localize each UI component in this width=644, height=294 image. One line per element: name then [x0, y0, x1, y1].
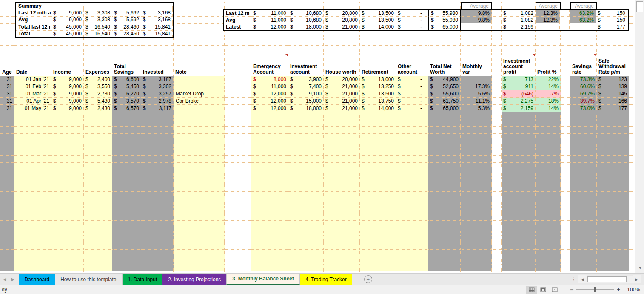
cell-empty[interactable]	[502, 156, 536, 163]
cell-empty[interactable]	[112, 46, 141, 53]
cell-empty[interactable]	[0, 9, 14, 17]
cell-empty[interactable]	[324, 199, 360, 206]
cell-empty[interactable]	[629, 9, 635, 17]
cell-empty[interactable]	[461, 242, 492, 250]
cell-empty[interactable]	[174, 221, 225, 228]
cell-empty[interactable]	[225, 156, 251, 163]
cell-empty[interactable]	[461, 221, 492, 228]
cell-house[interactable]: $21,000	[324, 83, 360, 90]
cell-empty[interactable]	[288, 141, 324, 148]
cell-ret[interactable]: $13,500	[360, 17, 396, 23]
spreadsheet-grid[interactable]: Monthly income / expenses and investing …	[0, 0, 635, 273]
cell-empty[interactable]	[536, 141, 561, 148]
cell-income[interactable]: $9,000	[51, 17, 84, 23]
cell-empty[interactable]	[561, 46, 570, 53]
cell-empty[interactable]	[0, 38, 14, 46]
cell-empty[interactable]	[288, 134, 324, 141]
cell-empty[interactable]	[536, 192, 561, 199]
cell-empty[interactable]	[570, 257, 597, 264]
cell-empty[interactable]	[288, 184, 324, 192]
cell-g1[interactable]	[492, 105, 502, 112]
cell-empty[interactable]	[570, 250, 597, 257]
cell-income[interactable]: $9,000	[51, 98, 84, 105]
cell-empty[interactable]	[14, 213, 51, 221]
cell-empty[interactable]	[461, 213, 492, 221]
cell-empty[interactable]	[225, 221, 251, 228]
cell-empty[interactable]	[461, 31, 492, 38]
cell-empty[interactable]	[561, 119, 570, 127]
cell-empty[interactable]	[502, 177, 536, 184]
cell-empty[interactable]	[324, 250, 360, 257]
cell-empty[interactable]	[561, 242, 570, 250]
cell-empty[interactable]	[225, 235, 251, 242]
cell-empty[interactable]	[0, 235, 14, 242]
cell-empty[interactable]	[428, 127, 461, 134]
header-age[interactable]: Age	[0, 53, 14, 76]
cell-expenses[interactable]: $5,430	[84, 98, 112, 105]
cell-empty[interactable]	[174, 242, 225, 250]
cell-empty[interactable]	[174, 235, 225, 242]
cell-ret[interactable]: $13,500	[360, 10, 396, 17]
cell-empty[interactable]	[14, 46, 51, 53]
cell-empty[interactable]	[84, 192, 112, 199]
cell-empty[interactable]	[141, 264, 174, 271]
cell-empty[interactable]	[51, 38, 84, 46]
cell-empty[interactable]	[597, 163, 629, 170]
cell-empty[interactable]	[324, 156, 360, 163]
cell-mgn[interactable]	[629, 83, 635, 90]
cell-empty[interactable]	[597, 213, 629, 221]
cell-tnw[interactable]: $55,980	[428, 17, 461, 23]
cell-swr[interactable]: $145	[597, 90, 629, 98]
cell-empty[interactable]	[629, 264, 635, 271]
cell-empty[interactable]	[324, 221, 360, 228]
cell-empty[interactable]	[461, 148, 492, 156]
cell-pct[interactable]: 22%	[536, 76, 561, 83]
cell-empty[interactable]	[502, 2, 536, 9]
cell-profit[interactable]: $1,082	[502, 17, 536, 23]
cell-income[interactable]: $45,000	[51, 23, 84, 30]
cell-g2[interactable]	[560, 10, 570, 17]
cell-empty[interactable]	[561, 148, 570, 156]
cell-empty[interactable]	[51, 141, 84, 148]
cell-g1[interactable]	[492, 90, 502, 98]
cell-empty[interactable]	[492, 206, 502, 213]
cell-empty[interactable]	[225, 228, 251, 235]
cell-empty[interactable]	[428, 163, 461, 170]
header-g1[interactable]	[492, 53, 502, 76]
cell-empty[interactable]	[396, 134, 428, 141]
cell-empty[interactable]	[0, 127, 14, 134]
cell-note[interactable]	[174, 83, 225, 90]
cell-empty[interactable]	[225, 127, 251, 134]
page-break-view-button[interactable]	[549, 286, 560, 294]
cell-empty[interactable]	[561, 184, 570, 192]
cell-empty[interactable]	[14, 127, 51, 134]
cell-income[interactable]: $9,000	[51, 83, 84, 90]
cell-empty[interactable]	[141, 46, 174, 53]
cell-empty[interactable]	[174, 213, 225, 221]
cell-empty[interactable]	[597, 221, 629, 228]
cell-empty[interactable]	[141, 242, 174, 250]
cell-empty[interactable]	[629, 213, 635, 221]
cell-empty[interactable]	[396, 213, 428, 221]
cell-empty[interactable]	[561, 250, 570, 257]
cell-empty[interactable]	[570, 199, 597, 206]
cell-empty[interactable]	[492, 31, 502, 38]
cell-empty[interactable]	[396, 31, 428, 38]
cell-empty[interactable]	[629, 38, 635, 46]
cell-empty[interactable]	[396, 112, 428, 119]
cell-savings[interactable]: $6,270	[112, 90, 141, 98]
cell-empty[interactable]	[141, 192, 174, 199]
cell-empty[interactable]	[428, 112, 461, 119]
cell-empty[interactable]	[84, 206, 112, 213]
cell-empty[interactable]	[570, 156, 597, 163]
cell-empty[interactable]	[360, 170, 396, 177]
cell-age[interactable]: 31	[0, 76, 14, 83]
cell-empty[interactable]	[225, 192, 251, 199]
cell-empty[interactable]	[84, 119, 112, 127]
cell-inv[interactable]: $3,900	[288, 76, 324, 83]
cell-tnw[interactable]: $55,980	[428, 10, 461, 17]
cell-empty[interactable]	[84, 264, 112, 271]
cell-empty[interactable]	[84, 235, 112, 242]
new-sheet-button[interactable]: +	[364, 274, 372, 285]
cell-empty[interactable]	[174, 2, 225, 9]
